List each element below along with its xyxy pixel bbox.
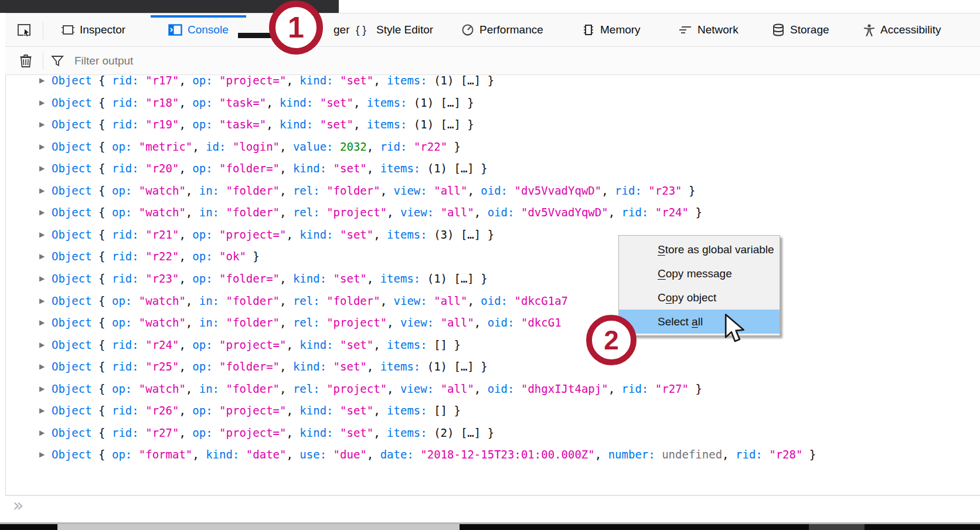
trash-icon (19, 54, 32, 68)
log-message: Object { op: "watch", in: "folder", rel:… (52, 311, 562, 334)
console-log-row[interactable]: ▶Object { op: "watch", in: "folder", rel… (6, 378, 980, 400)
log-message: Object { rid: "r19", op: "task=", kind: … (52, 113, 474, 135)
background-page-strip (0, 13, 5, 522)
tab-performance[interactable]: Performance (454, 13, 550, 46)
pick-element-button[interactable] (13, 21, 36, 40)
tab-style-editor[interactable]: { }Style Editor (349, 13, 440, 46)
expand-arrow-icon[interactable]: ▶ (39, 98, 45, 106)
menu-item-copy-message[interactable]: Copy message (619, 261, 780, 286)
tab-label: Memory (600, 23, 641, 36)
style-editor-icon: { } (356, 23, 371, 36)
accessibility-icon (863, 23, 875, 36)
expand-arrow-icon[interactable]: ▶ (39, 429, 45, 437)
svg-text:{ }: { } (356, 23, 366, 36)
inspector-icon (62, 24, 74, 36)
clear-console-button[interactable] (17, 52, 35, 70)
expand-arrow-icon[interactable]: ▶ (39, 340, 45, 348)
tab-label: Inspector (80, 23, 125, 36)
console-log-row[interactable]: ▶Object { op: "watch", in: "folder", rel… (6, 311, 980, 334)
badge-number: 2 (604, 324, 619, 356)
toolbar-separator (43, 52, 43, 70)
console-log-row[interactable]: ▶Object { rid: "r25", op: "folder=", kin… (6, 355, 980, 378)
console-log-row[interactable]: ▶Object { op: "watch", in: "folder", rel… (6, 290, 980, 312)
pick-element-icon (17, 23, 32, 38)
log-message: Object { op: "watch", in: "folder", rel:… (52, 378, 702, 400)
expand-arrow-icon[interactable]: ▶ (39, 450, 45, 458)
active-tab-indicator (151, 15, 246, 18)
expand-arrow-icon[interactable]: ▶ (39, 164, 45, 172)
expand-arrow-icon[interactable]: ▶ (39, 274, 45, 283)
annotation-badge-2: 2 (586, 315, 637, 365)
expand-arrow-icon[interactable]: ▶ (39, 142, 45, 150)
mouse-cursor (723, 313, 747, 346)
log-message: Object { rid: "r25", op: "folder=", kind… (52, 355, 488, 378)
expand-arrow-icon[interactable]: ▶ (39, 362, 45, 371)
expand-arrow-icon[interactable]: ▶ (39, 252, 45, 260)
console-log-row[interactable]: ▶Object { op: "format", kind: "date", us… (6, 443, 980, 466)
expand-arrow-icon[interactable]: ▶ (39, 384, 45, 392)
log-message: Object { op: "metric", id: "login", valu… (52, 135, 461, 158)
expand-arrow-icon[interactable]: ▶ (39, 230, 45, 239)
filter-icon (51, 55, 64, 67)
console-log-row[interactable]: ▶Object { rid: "r23", op: "folder=", kin… (6, 267, 980, 290)
console-log-row[interactable]: ▶Object { rid: "r20", op: "folder=", kin… (6, 157, 980, 179)
tab-memory[interactable]: Memory (575, 13, 648, 46)
taskbar-segment (865, 524, 980, 530)
context-menu: Store as global variableCopy messageCopy… (618, 235, 780, 336)
expand-arrow-icon[interactable]: ▶ (39, 208, 45, 216)
console-filter-bar: Filter output (5, 47, 980, 75)
tab-label: ger (334, 23, 349, 36)
taskbar-segment (460, 524, 809, 530)
log-message: Object { rid: "r18", op: "task=", kind: … (52, 91, 474, 114)
menu-item-copy-object[interactable]: Copy object (619, 286, 780, 310)
console-log-row[interactable]: ▶Object { rid: "r19", op: "task=", kind:… (6, 113, 980, 135)
expand-arrow-icon[interactable]: ▶ (39, 318, 45, 327)
console-log-row[interactable]: ▶Object { rid: "r17", op: "project=", ki… (6, 76, 980, 91)
console-log-row[interactable]: ▶Object { rid: "r18", op: "task=", kind:… (6, 91, 980, 114)
console-log-row[interactable]: ▶Object { rid: "r26", op: "project=", ki… (6, 399, 980, 422)
console-log-row[interactable]: ▶Object { rid: "r22", op: "ok" } (6, 245, 980, 267)
badge-number: 1 (288, 11, 304, 45)
taskbar-strip (0, 524, 980, 530)
console-icon (168, 24, 182, 36)
menu-item-select-all[interactable]: Select all (619, 310, 780, 334)
log-message: Object { rid: "r17", op: "project=", kin… (52, 76, 494, 91)
toolbar-separator (43, 22, 43, 39)
annotation-connector-line (238, 33, 272, 38)
tab-label: Network (697, 23, 739, 36)
console-log-row[interactable]: ▶Object { op: "watch", in: "folder", rel… (6, 201, 980, 223)
log-message: Object { op: "format", kind: "date", use… (52, 443, 816, 466)
expand-arrow-icon[interactable]: ▶ (39, 120, 45, 128)
expand-arrow-icon[interactable]: ▶ (39, 186, 45, 194)
console-input[interactable]: » (5, 496, 980, 522)
log-message: Object { rid: "r21", op: "project=", kin… (52, 223, 494, 246)
tab-network[interactable]: Network (671, 13, 746, 46)
console-output[interactable]: ▶Object { rid: "r17", op: "project=", ki… (6, 76, 980, 494)
log-message: Object { rid: "r22", op: "ok" } (52, 245, 260, 267)
console-log-row[interactable]: ▶Object { op: "metric", id: "login", val… (6, 135, 980, 158)
tab-label: Accessibility (880, 23, 941, 36)
filter-placeholder: Filter output (74, 55, 133, 67)
expand-arrow-icon[interactable]: ▶ (39, 296, 45, 304)
memory-icon (582, 23, 595, 36)
log-message: Object { op: "watch", in: "folder", rel:… (52, 179, 695, 202)
log-message: Object { rid: "r20", op: "folder=", kind… (52, 157, 488, 179)
console-log-row[interactable]: ▶Object { rid: "r27", op: "project=", ki… (6, 422, 980, 444)
expand-arrow-icon[interactable]: ▶ (39, 406, 45, 415)
tab-console[interactable]: Console (151, 13, 246, 46)
tab-accessibility[interactable]: Accessibility (856, 13, 948, 46)
expand-arrow-icon[interactable]: ▶ (39, 76, 45, 84)
console-log-row[interactable]: ▶Object { rid: "r21", op: "project=", ki… (6, 223, 980, 246)
tab-label: Performance (479, 23, 543, 36)
log-message: Object { rid: "r24", op: "project=", kin… (52, 334, 461, 356)
tab-inspector[interactable]: Inspector (55, 13, 132, 46)
tab-storage[interactable]: Storage (765, 13, 836, 46)
console-log-row[interactable]: ▶Object { op: "watch", in: "folder", rel… (6, 179, 980, 202)
log-message: Object { op: "watch", in: "folder", rel:… (52, 201, 702, 223)
annotation-badge-1: 1 (269, 1, 323, 55)
console-prompt-icon: » (13, 495, 23, 515)
filter-output-input[interactable]: Filter output (51, 47, 133, 74)
menu-item-store-as-global-variable[interactable]: Store as global variable (619, 237, 780, 261)
devtools-toolbar: InspectorConsoleger{ }Style EditorPerfor… (5, 13, 980, 47)
console-log-row[interactable]: ▶Object { rid: "r24", op: "project=", ki… (6, 334, 980, 356)
